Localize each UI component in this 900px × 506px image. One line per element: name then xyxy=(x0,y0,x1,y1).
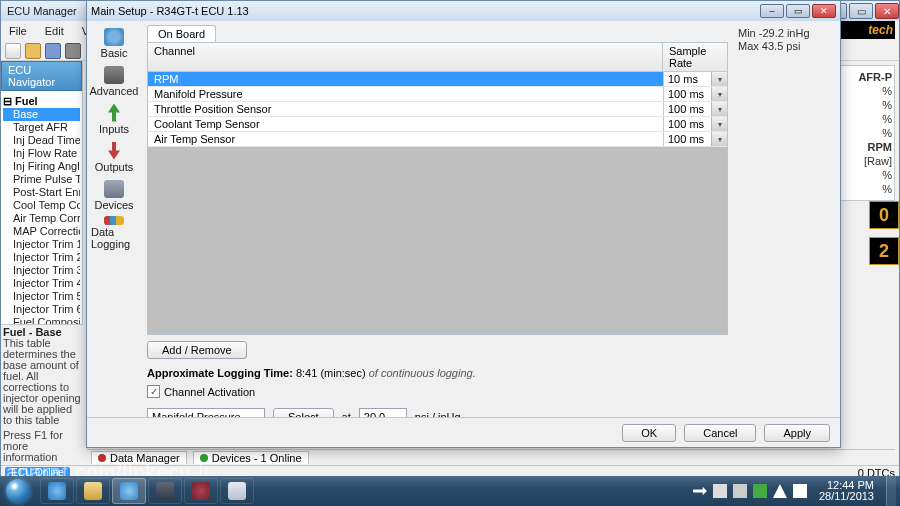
tree-item[interactable]: MAP Correction xyxy=(3,225,80,238)
side-outputs[interactable]: Outputs xyxy=(90,139,138,175)
table-row[interactable]: Manifold Pressure100 ms▾ xyxy=(148,87,727,102)
arrow-up-icon xyxy=(104,104,124,122)
task-app-c[interactable] xyxy=(220,478,254,504)
windows-logo-icon xyxy=(6,479,30,503)
tree-item[interactable]: Base xyxy=(3,108,80,121)
tree-item[interactable]: Prime Pulse Time xyxy=(3,173,80,186)
tree-group-fuel[interactable]: Fuel xyxy=(3,95,80,108)
save-icon[interactable] xyxy=(45,43,61,59)
add-remove-button[interactable]: Add / Remove xyxy=(147,341,247,359)
tree-item[interactable]: Inj Flow Rate xyxy=(3,147,80,160)
cell-rate[interactable]: 100 ms xyxy=(663,117,711,131)
info-panel: Min -29.2 inHg Max 43.5 psi xyxy=(734,25,834,417)
ok-button[interactable]: OK xyxy=(622,424,676,442)
side-basic[interactable]: Basic xyxy=(90,25,138,61)
col-sample-rate[interactable]: Sample Rate xyxy=(663,43,727,71)
gauge-strip: 0 2 xyxy=(869,201,899,273)
chart-icon xyxy=(104,216,124,225)
tray-icon[interactable] xyxy=(713,484,727,498)
show-desktop-button[interactable] xyxy=(886,476,896,506)
tree-item[interactable]: Cool Temp Corr xyxy=(3,199,80,212)
chip-icon xyxy=(104,180,124,198)
table-row[interactable]: Throttle Position Sensor100 ms▾ xyxy=(148,102,727,117)
task-ie[interactable] xyxy=(40,478,74,504)
approx-logging-time: Approximate Logging Time: 8:41 (min:sec)… xyxy=(147,367,728,379)
new-icon[interactable] xyxy=(5,43,21,59)
setup-footer: OK Cancel Apply xyxy=(87,417,840,447)
side-data-logging[interactable]: Data Logging xyxy=(90,215,138,251)
grid-body[interactable]: RPM10 ms▾Manifold Pressure100 ms▾Throttl… xyxy=(148,72,727,334)
setup-min-button[interactable]: – xyxy=(760,4,784,18)
task-ecu-manager[interactable] xyxy=(112,478,146,504)
tree-item[interactable]: Inj Dead Time xyxy=(3,134,80,147)
dropdown-arrow-icon[interactable]: ▾ xyxy=(711,102,727,116)
grid-header: Channel Sample Rate xyxy=(148,43,727,72)
cell-channel: RPM xyxy=(148,72,663,86)
start-button[interactable] xyxy=(0,476,36,506)
tree-item[interactable]: Injector Trim 5 xyxy=(3,290,80,303)
ecu-close-button[interactable]: ✕ xyxy=(875,3,899,19)
help-f1: Press F1 for more information xyxy=(3,430,81,463)
apply-button[interactable]: Apply xyxy=(764,424,830,442)
tree-item[interactable]: Injector Trim 4 xyxy=(3,277,80,290)
ie-icon xyxy=(48,482,66,500)
dropdown-arrow-icon[interactable]: ▾ xyxy=(711,117,727,131)
col-channel[interactable]: Channel xyxy=(148,43,663,71)
tree-item[interactable]: Injector Trim 1 xyxy=(3,238,80,251)
open-icon[interactable] xyxy=(25,43,41,59)
task-explorer[interactable] xyxy=(76,478,110,504)
dropdown-arrow-icon[interactable]: ▾ xyxy=(711,132,727,146)
menu-edit[interactable]: Edit xyxy=(41,25,68,37)
task-app-b[interactable] xyxy=(184,478,218,504)
cell-rate[interactable]: 100 ms xyxy=(663,102,711,116)
task-app-a[interactable] xyxy=(148,478,182,504)
side-inputs[interactable]: Inputs xyxy=(90,101,138,137)
info-min: Min -29.2 inHg xyxy=(738,27,830,40)
print-icon[interactable] xyxy=(65,43,81,59)
tray-icon[interactable] xyxy=(733,484,747,498)
wrench-icon xyxy=(104,66,124,84)
table-row[interactable]: Air Temp Sensor100 ms▾ xyxy=(148,132,727,147)
volume-icon[interactable] xyxy=(793,484,807,498)
cancel-button[interactable]: Cancel xyxy=(684,424,756,442)
ecu-icon xyxy=(120,482,138,500)
dropdown-arrow-icon[interactable]: ▾ xyxy=(711,87,727,101)
tree-item[interactable]: Air Temp Corr xyxy=(3,212,80,225)
table-row[interactable]: Coolant Temp Sensor100 ms▾ xyxy=(148,117,727,132)
network-icon[interactable] xyxy=(773,484,787,498)
tab-on-board[interactable]: On Board xyxy=(147,25,216,42)
channel-activation-checkbox[interactable]: ✓ xyxy=(147,385,160,398)
gauge-b: 2 xyxy=(869,237,899,265)
info-max: Max 43.5 psi xyxy=(738,40,830,53)
brand-logo: tech xyxy=(835,21,895,39)
taskbar-clock[interactable]: 12:44 PM 28/11/2013 xyxy=(813,480,880,502)
app-icon xyxy=(156,482,174,500)
ecu-title: ECU Manager xyxy=(7,5,77,17)
cell-channel: Throttle Position Sensor xyxy=(148,102,663,116)
tree-item[interactable]: Injector Trim 2 xyxy=(3,251,80,264)
cell-rate[interactable]: 100 ms xyxy=(663,132,711,146)
nav-header: ECU Navigator xyxy=(1,61,82,91)
cell-rate[interactable]: 100 ms xyxy=(663,87,711,101)
readout-rpm: RPM xyxy=(838,140,892,154)
menu-file[interactable]: File xyxy=(5,25,31,37)
setup-max-button[interactable]: ▭ xyxy=(786,4,810,18)
tray-icon[interactable] xyxy=(693,484,707,498)
tree-item[interactable]: Injector Trim 6 xyxy=(3,303,80,316)
side-advanced[interactable]: Advanced xyxy=(90,63,138,99)
channel-grid: Channel Sample Rate RPM10 ms▾Manifold Pr… xyxy=(147,42,728,335)
table-row[interactable]: RPM10 ms▾ xyxy=(148,72,727,87)
tree-item[interactable]: Injector Trim 3 xyxy=(3,264,80,277)
ecu-max-button[interactable]: ▭ xyxy=(849,3,873,19)
tree-item[interactable]: Inj Firing Angle xyxy=(3,160,80,173)
tree-item[interactable]: Post-Start Enrich xyxy=(3,186,80,199)
arrow-down-icon xyxy=(104,142,124,160)
side-devices[interactable]: Devices xyxy=(90,177,138,213)
help-body: This table determines the base amount of… xyxy=(3,338,81,426)
tray-icon[interactable] xyxy=(753,484,767,498)
tree-item[interactable]: Target AFR xyxy=(3,121,80,134)
dropdown-arrow-icon[interactable]: ▾ xyxy=(711,72,727,86)
cell-rate[interactable]: 10 ms xyxy=(663,72,711,86)
setup-close-button[interactable]: ✕ xyxy=(812,4,836,18)
channel-activation-label: Channel Activation xyxy=(164,386,255,398)
